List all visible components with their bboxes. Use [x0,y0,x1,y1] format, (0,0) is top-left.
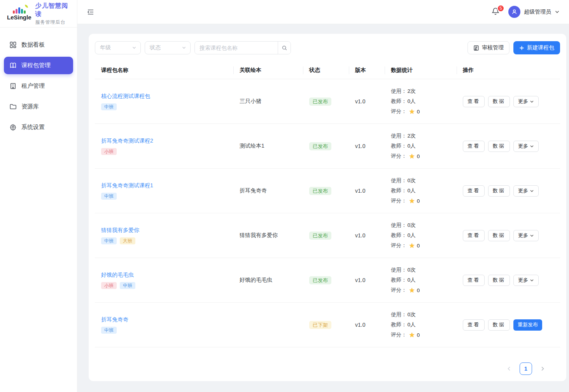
usage-value: 0次 [408,177,416,184]
actions-cell: 查看 数据 更多 [457,230,560,241]
data-button[interactable]: 数据 [488,141,510,152]
sidebar-item-settings[interactable]: 系统设置 [4,118,73,136]
data-button[interactable]: 数据 [488,275,510,286]
rating-star-icon: ★ [409,332,415,338]
create-course-package-button[interactable]: 新建课程包 [513,41,560,54]
view-button[interactable]: 查看 [463,185,485,197]
teachers-value: 0人 [408,143,416,150]
column-header-status: 状态 [303,66,349,75]
usage-value: 2次 [408,132,416,139]
grade-tag: 中班 [101,237,117,244]
usage-label: 使用： [391,132,407,139]
course-name-link[interactable]: 核心流程测试课程包 [101,93,150,100]
lesingle-logo-icon: LeSingle [7,7,32,21]
rating-label: 评分： [391,287,407,294]
version-cell: v1.0 [349,143,385,149]
book-cell: 折耳兔奇奇 [233,187,303,194]
more-button[interactable]: 更多 [513,275,539,286]
chevron-down-icon [530,278,534,282]
chevron-left-icon [506,366,512,371]
usage-value: 0次 [408,222,416,229]
stats-cell: 使用：0次 教师：0人 评分：★0 [385,311,457,338]
book-cell: 猜猜我有多爱你 [233,232,303,239]
more-button[interactable]: 更多 [513,230,539,241]
data-button[interactable]: 数据 [488,96,510,107]
usage-label: 使用： [391,177,407,184]
usage-value: 0次 [408,267,416,274]
rating-star-icon: ★ [409,242,415,249]
rating-label: 评分： [391,153,407,160]
course-name-link[interactable]: 猜猜我有多爱你 [101,227,139,234]
column-header-actions: 操作 [457,66,560,75]
chevron-down-icon [530,233,534,238]
grade-tag: 中班 [101,193,117,200]
sidebar-item-label: 系统设置 [21,124,45,131]
teachers-value: 0人 [408,277,416,284]
search-input[interactable] [195,42,278,54]
course-name-link[interactable]: 折耳兔奇奇测试课程1 [101,182,153,189]
audit-management-button[interactable]: 审核管理 [467,41,509,54]
course-name-link[interactable]: 折耳兔奇奇测试课程2 [101,138,153,145]
grade-tag: 中班 [120,282,135,289]
more-button[interactable]: 更多 [513,185,539,197]
page-content: 年级 状态 [77,24,569,392]
data-button[interactable]: 数据 [488,319,510,331]
data-button[interactable]: 数据 [488,230,510,241]
view-button[interactable]: 查看 [463,96,485,107]
sidebar-item-course-packages[interactable]: 课程包管理 [4,57,73,74]
page-1-button[interactable]: 1 [520,362,532,375]
grade-select[interactable]: 年级 [95,41,141,54]
status-select[interactable]: 状态 [145,41,191,54]
notification-badge: 5 [497,5,504,12]
teachers-label: 教师： [391,98,407,105]
audit-button-label: 审核管理 [482,44,504,51]
sidebar-item-dashboard[interactable]: 数据看板 [4,36,73,54]
republish-button[interactable]: 重新发布 [513,319,542,331]
sidebar-item-tenants[interactable]: 租户管理 [4,77,73,95]
user-name: 超级管理员 [524,9,551,16]
avatar [508,6,520,18]
brand-subtitle: 服务管理后台 [35,19,72,26]
main-area: 5 超级管理员 年级 [77,0,569,392]
sidebar: LeSingle 少儿智慧阅读 服务管理后台 数据看板 课程包管理 租户管理 [0,0,77,392]
search-button[interactable] [278,42,291,54]
data-button[interactable]: 数据 [488,185,510,197]
usage-label: 使用： [391,222,407,229]
column-header-stats: 数据统计 [385,66,457,75]
view-button[interactable]: 查看 [463,275,485,286]
search-icon [282,45,287,51]
rating-label: 评分： [391,108,407,115]
rating-star-icon: ★ [409,108,415,115]
folder-icon [9,103,17,110]
version-cell: v1.0 [349,277,385,283]
table-row: 核心流程测试课程包 中班 三只小猪 已发布 v1.0 使用：2次 教师：0人 评… [95,79,560,124]
column-header-version: 版本 [349,66,385,75]
rating-value: 0 [417,109,420,115]
actions-cell: 查看 数据 更多 [457,96,560,107]
table-row: 折耳兔奇奇 中班 已下架 v1.0 使用：0次 教师：0人 评分：★0 查看 [95,303,560,347]
prev-page-button[interactable] [503,363,515,375]
course-name-link[interactable]: 好饿的毛毛虫 [101,272,134,279]
sidebar-collapse-button[interactable] [87,7,96,17]
grade-tag: 中班 [101,327,117,334]
status-badge: 已发布 [309,276,331,284]
user-icon [511,9,518,15]
menu-fold-icon [87,8,95,16]
version-cell: v1.0 [349,188,385,194]
teachers-value: 0人 [408,187,416,194]
book-cell: 好饿的毛毛虫 [233,277,303,284]
rating-value: 0 [417,198,420,204]
notification-bell[interactable]: 5 [491,7,501,17]
more-button[interactable]: 更多 [513,96,539,107]
view-button[interactable]: 查看 [463,230,485,241]
app-root: LeSingle 少儿智慧阅读 服务管理后台 数据看板 课程包管理 租户管理 [0,0,569,392]
rating-star-icon: ★ [409,287,415,294]
sidebar-item-resources[interactable]: 资源库 [4,98,73,115]
view-button[interactable]: 查看 [463,141,485,152]
user-menu[interactable]: 超级管理员 [508,6,560,18]
more-button[interactable]: 更多 [513,141,539,152]
course-name-link[interactable]: 折耳兔奇奇 [101,316,128,323]
course-package-table: 课程包名称 关联绘本 状态 版本 数据统计 操作 核心流程测试课程包 中班 三只 [95,62,560,356]
view-button[interactable]: 查看 [463,319,485,331]
next-page-button[interactable] [537,363,548,375]
